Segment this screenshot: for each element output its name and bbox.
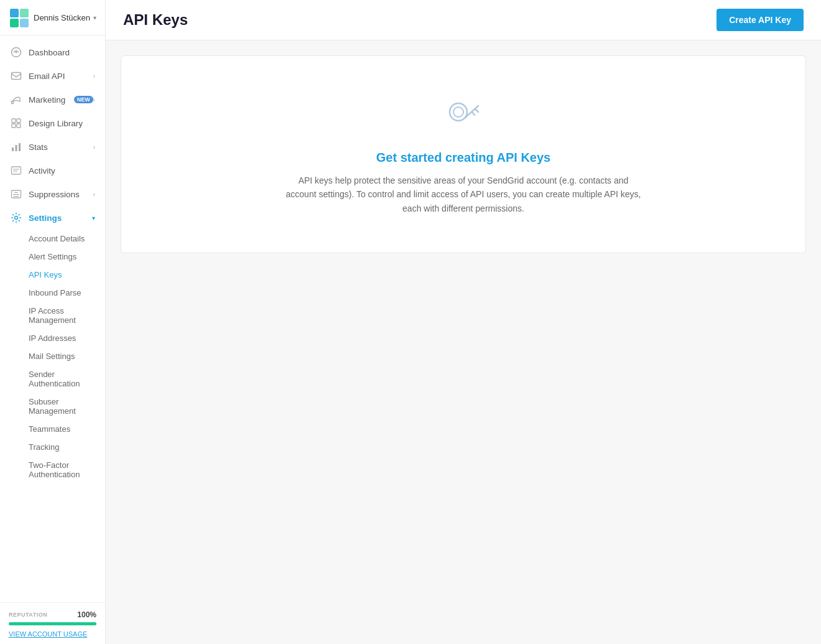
stats-chevron-icon: › <box>93 144 95 151</box>
sidebar-footer: REPUTATION 100% VIEW ACCOUNT USAGE <box>0 602 105 644</box>
settings-subnav: Account Details Alert Settings API Keys … <box>0 230 105 483</box>
subnav-tracking[interactable]: Tracking <box>0 438 105 456</box>
top-bar: API Keys Create API Key <box>106 0 821 40</box>
email-api-icon <box>10 70 22 82</box>
subnav-subuser-management[interactable]: Subuser Management <box>0 393 105 420</box>
sidebar-item-settings-label: Settings <box>29 213 92 223</box>
svg-rect-14 <box>19 143 21 151</box>
reputation-label: REPUTATION <box>9 612 47 618</box>
settings-icon <box>10 212 22 224</box>
dashboard-icon <box>10 46 22 58</box>
sidebar-item-email-api-label: Email API <box>29 72 93 81</box>
reputation-value: 100% <box>77 610 96 619</box>
username-label: Dennis Stücken <box>34 13 93 22</box>
sidebar-item-design-library-label: Design Library <box>29 119 95 128</box>
subnav-alert-settings[interactable]: Alert Settings <box>0 248 105 266</box>
view-account-usage-link[interactable]: VIEW ACCOUNT USAGE <box>9 630 96 638</box>
svg-line-26 <box>475 109 478 112</box>
sidebar: Dennis Stücken ▾ Dashboard Ema <box>0 0 106 644</box>
svg-point-5 <box>16 52 17 54</box>
subnav-ip-addresses[interactable]: IP Addresses <box>0 329 105 347</box>
sidebar-item-email-api[interactable]: Email API › <box>0 64 105 88</box>
key-icon <box>441 93 486 138</box>
sidebar-item-design-library[interactable]: Design Library <box>0 111 105 135</box>
subnav-api-keys[interactable]: API Keys <box>0 266 105 284</box>
empty-state-description: API keys help protect the sensitive area… <box>283 174 644 215</box>
svg-rect-12 <box>12 147 14 151</box>
sidebar-item-dashboard-label: Dashboard <box>29 48 95 57</box>
svg-rect-13 <box>16 145 17 151</box>
subnav-inbound-parse[interactable]: Inbound Parse <box>0 284 105 302</box>
sidebar-item-marketing[interactable]: Marketing NEW › <box>0 88 105 111</box>
svg-rect-2 <box>20 9 29 17</box>
stats-icon <box>10 141 22 153</box>
svg-rect-1 <box>10 19 19 27</box>
svg-rect-10 <box>12 124 16 128</box>
marketing-badge: NEW <box>74 96 93 103</box>
sidebar-item-suppressions[interactable]: Suppressions › <box>0 182 105 206</box>
subnav-sender-authentication[interactable]: Sender Authentication <box>0 365 105 393</box>
svg-rect-3 <box>20 19 29 27</box>
suppressions-icon <box>10 188 22 200</box>
settings-chevron-icon: ▾ <box>92 215 95 222</box>
sidebar-nav: Dashboard Email API › Marketing NEW <box>0 35 105 602</box>
sidebar-item-suppressions-label: Suppressions <box>29 190 93 199</box>
svg-rect-9 <box>17 119 21 123</box>
marketing-chevron-icon: › <box>93 96 95 103</box>
reputation-bar <box>9 622 96 625</box>
suppressions-chevron-icon: › <box>93 191 95 198</box>
empty-state-card: Get started creating API Keys API keys h… <box>121 55 806 253</box>
create-api-key-button[interactable]: Create API Key <box>717 9 804 31</box>
subnav-ip-access-management[interactable]: IP Access Management <box>0 302 105 329</box>
sidebar-item-activity[interactable]: Activity <box>0 159 105 182</box>
svg-rect-0 <box>10 9 19 17</box>
content-area: Get started creating API Keys API keys h… <box>106 40 821 644</box>
subnav-mail-settings[interactable]: Mail Settings <box>0 347 105 365</box>
design-library-icon <box>10 117 22 129</box>
marketing-icon <box>10 93 22 106</box>
svg-rect-8 <box>12 119 16 123</box>
sidebar-item-stats[interactable]: Stats › <box>0 135 105 159</box>
activity-icon <box>10 164 22 177</box>
sidebar-item-dashboard[interactable]: Dashboard <box>0 40 105 64</box>
sidebar-item-marketing-label: Marketing <box>29 95 71 105</box>
reputation-bar-fill <box>9 622 96 625</box>
sidebar-item-settings[interactable]: Settings ▾ <box>0 206 105 230</box>
page-title: API Keys <box>123 11 188 29</box>
sidebar-user-menu[interactable]: Dennis Stücken ▾ <box>0 0 105 35</box>
svg-rect-6 <box>12 73 21 80</box>
email-api-chevron-icon: › <box>93 73 95 80</box>
svg-rect-15 <box>12 167 21 174</box>
subnav-two-factor-authentication[interactable]: Two-Factor Authentication <box>0 456 105 483</box>
subnav-account-details[interactable]: Account Details <box>0 230 105 248</box>
sidebar-item-activity-label: Activity <box>29 166 95 175</box>
main-content: API Keys Create API Key Get started crea… <box>106 0 821 644</box>
subnav-teammates[interactable]: Teammates <box>0 420 105 438</box>
user-menu-chevron-icon: ▾ <box>93 14 96 21</box>
app-logo <box>9 7 29 27</box>
svg-rect-11 <box>17 124 21 128</box>
sidebar-item-stats-label: Stats <box>29 142 93 152</box>
svg-rect-7 <box>12 101 14 104</box>
svg-line-27 <box>472 112 475 115</box>
svg-point-22 <box>15 217 18 220</box>
empty-state-title: Get started creating API Keys <box>376 151 550 165</box>
svg-point-24 <box>453 107 463 117</box>
